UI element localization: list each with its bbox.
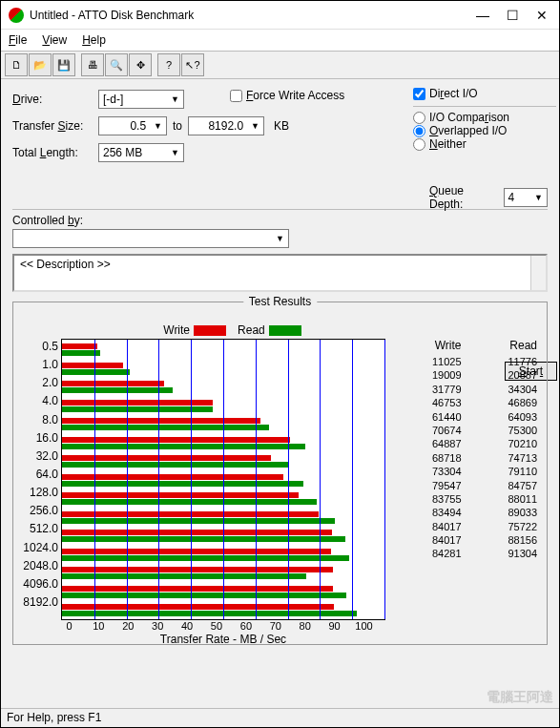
x-tick: 100 (342, 620, 385, 632)
read-column-header: Read (467, 339, 538, 352)
queue-depth-combo[interactable]: 4▼ (504, 188, 548, 207)
scrollbar[interactable] (530, 256, 546, 290)
write-bar (62, 549, 331, 554)
menu-view[interactable]: View (42, 33, 67, 47)
window-title: Untitled - ATTO Disk Benchmark (30, 9, 476, 22)
read-bar (62, 369, 130, 375)
write-value: 70674 (391, 424, 462, 437)
read-bar (62, 611, 357, 616)
close-button[interactable]: ✕ (536, 8, 548, 23)
legend-read-label: Read (238, 323, 265, 337)
x-axis-title: Transfer Rate - MB / Sec (61, 633, 385, 646)
write-value: 19009 (391, 368, 462, 382)
read-bar (62, 387, 173, 393)
read-bar (62, 444, 305, 449)
write-bar (62, 492, 299, 498)
y-tick: 128.0 (17, 486, 58, 499)
write-bar (62, 530, 332, 535)
write-bar (62, 381, 164, 386)
read-value: 91304 (467, 547, 538, 560)
read-value: 20887 (467, 368, 538, 382)
read-bar (62, 573, 306, 579)
direct-io-label: Direct I/O (429, 87, 478, 100)
preview-button[interactable]: 🔍 (105, 53, 128, 76)
read-value: 64093 (467, 410, 538, 424)
write-value: 64887 (391, 437, 462, 450)
help-button[interactable]: ? (157, 53, 180, 76)
write-value: 61440 (391, 410, 462, 424)
read-bar (62, 481, 303, 487)
read-bar (62, 518, 335, 524)
y-tick: 8.0 (17, 413, 58, 426)
menu-help[interactable]: Help (82, 33, 106, 47)
y-tick: 2.0 (17, 376, 58, 389)
drive-label: Drive: (12, 93, 98, 106)
write-value: 46753 (391, 396, 462, 409)
write-bar (62, 363, 123, 368)
write-bar (62, 474, 283, 480)
controlled-by-label: Controlled by: (12, 214, 548, 227)
total-length-label: Total Length: (12, 146, 98, 159)
write-value: 83755 (391, 492, 462, 506)
write-bar (62, 586, 333, 592)
maximize-button[interactable]: ☐ (507, 8, 519, 23)
read-bar (62, 462, 288, 468)
force-write-checkbox[interactable]: Force Write Access (230, 89, 344, 102)
write-value: 84281 (391, 547, 462, 560)
read-bar (62, 536, 345, 542)
toolbar: 🗋 📂 💾 🖶 🔍 ✥ ? ↖? (1, 51, 559, 79)
write-value: 83494 (391, 506, 462, 519)
test-results-group: Test Results Write Read 0.51.02.04.08.01… (12, 302, 548, 645)
drive-combo[interactable]: [-d-]▼ (98, 90, 184, 109)
read-value: 34304 (467, 383, 538, 396)
app-icon (9, 8, 24, 23)
read-value: 84757 (467, 479, 538, 492)
controlled-by-combo[interactable]: ▼ (12, 229, 289, 248)
context-help-button[interactable]: ↖? (181, 53, 204, 76)
write-value: 68718 (391, 451, 462, 465)
legend-write-label: Write (163, 323, 190, 337)
write-bar (62, 567, 333, 572)
write-bar (62, 418, 260, 424)
write-value: 84017 (391, 520, 462, 533)
write-value: 84017 (391, 533, 462, 547)
read-value: 11776 (467, 355, 538, 368)
minimize-button[interactable]: — (476, 8, 489, 23)
open-button[interactable]: 📂 (29, 53, 52, 76)
overlapped-io-radio[interactable]: Overlapped I/O (413, 124, 556, 137)
chart-legend: Write Read (0, 323, 543, 337)
print-button[interactable]: 🖶 (81, 53, 104, 76)
write-value: 79547 (391, 479, 462, 492)
read-value: 74713 (467, 451, 538, 465)
io-comparison-radio[interactable]: I/O Comparison (413, 111, 556, 124)
y-tick: 16.0 (17, 431, 58, 445)
new-button[interactable]: 🗋 (5, 53, 28, 76)
y-tick: 256.0 (17, 504, 58, 517)
results-title: Test Results (243, 295, 317, 308)
menu-bar: File View Help (1, 30, 559, 51)
read-value: 70210 (467, 437, 538, 450)
legend-write-swatch (194, 325, 226, 336)
force-write-label: Force Write Access (246, 89, 344, 102)
transfer-to-combo[interactable]: 8192.0▼ (188, 116, 264, 135)
y-tick: 1.0 (17, 358, 58, 371)
chart-plot (61, 339, 385, 620)
total-length-combo[interactable]: 256 MB▼ (98, 143, 184, 162)
write-bar (62, 343, 97, 349)
y-tick: 4096.0 (17, 577, 58, 591)
read-bar (62, 593, 346, 598)
menu-file[interactable]: File (9, 33, 27, 47)
read-value: 75722 (467, 520, 538, 533)
y-tick: 1024.0 (17, 541, 58, 554)
save-button[interactable]: 💾 (52, 53, 75, 76)
direct-io-checkbox[interactable]: Direct I/O (413, 87, 556, 100)
neither-radio[interactable]: Neither (413, 137, 556, 151)
write-value: 11025 (391, 355, 462, 368)
read-bar (62, 499, 317, 505)
force-write-input[interactable] (230, 90, 242, 102)
write-bar (62, 604, 334, 610)
description-box[interactable]: << Description >> (12, 254, 548, 292)
move-button[interactable]: ✥ (129, 53, 152, 76)
transfer-from-combo[interactable]: 0.5▼ (98, 116, 167, 135)
direct-io-input[interactable] (413, 88, 425, 100)
